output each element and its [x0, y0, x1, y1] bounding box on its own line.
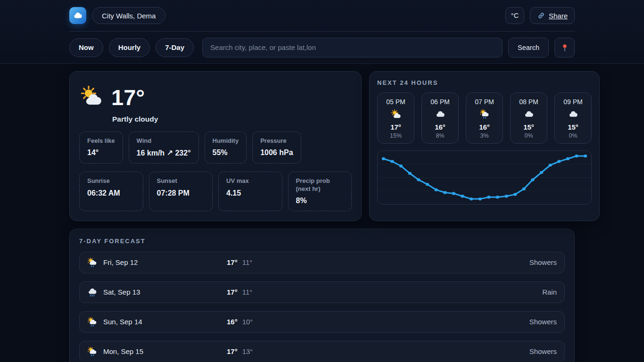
stat-value: 14° — [87, 148, 115, 157]
hour-card: 07 PM 16° 3% — [466, 92, 503, 144]
stat-value: 55% — [213, 148, 239, 157]
hourly-strip[interactable]: 05 PM 17° 15% 06 PM 16° 8% 07 PM 16° 3% … — [377, 92, 592, 144]
search-button[interactable]: Search — [508, 38, 549, 58]
stat-label: Wind — [137, 137, 191, 145]
stat-box: Precip prob (next hr) 8% — [288, 172, 352, 211]
share-button[interactable]: Share — [530, 7, 575, 24]
day-date: Fri, Sep 12 — [103, 258, 227, 266]
low-temp: 11° — [242, 258, 253, 266]
stat-label: Humidity — [213, 137, 239, 145]
tab-7day[interactable]: 7-Day — [156, 38, 194, 57]
forecast-day-row[interactable]: Sun, Sep 14 16° 10° Showers — [79, 311, 565, 333]
low-temp: 10° — [242, 318, 253, 326]
tab-hourly[interactable]: Hourly — [109, 38, 150, 57]
weather-icon — [524, 115, 534, 123]
hour-precip-prob: 3% — [466, 132, 503, 139]
hour-temp: 16° — [422, 123, 458, 131]
day-date: Mon, Sep 15 — [103, 347, 227, 355]
hour-label: 05 PM — [378, 98, 414, 106]
hour-precip-prob: 0% — [511, 132, 547, 139]
stat-label: Sunset — [157, 177, 205, 185]
condition-label: Rain — [542, 288, 557, 296]
partly-cloudy-icon — [80, 85, 103, 109]
stat-label: Feels like — [87, 137, 115, 145]
tab-now[interactable]: Now — [69, 38, 103, 57]
high-temp: 16° — [227, 318, 238, 326]
weather-icon — [391, 115, 401, 123]
hour-card: 08 PM 15° 0% — [510, 92, 547, 144]
hour-precip-prob: 15% — [378, 132, 414, 139]
weather-icon — [568, 115, 578, 123]
low-temp: 11° — [242, 288, 253, 296]
hour-precip-prob: 0% — [555, 132, 591, 139]
hour-temp: 16° — [466, 123, 503, 131]
hour-temp: 15° — [511, 123, 547, 131]
cloud-icon — [73, 10, 83, 21]
location-chip[interactable]: City Walls, Dema — [92, 7, 165, 24]
condition-label: Showers — [529, 318, 557, 326]
hour-precip-prob: 8% — [422, 132, 458, 139]
weather-icon — [87, 317, 98, 327]
hour-label: 07 PM — [466, 98, 503, 106]
hour-label: 06 PM — [422, 98, 458, 106]
current-temperature: 17° — [111, 86, 145, 108]
link-icon — [537, 11, 545, 20]
day-date: Sat, Sep 13 — [103, 288, 227, 296]
forecast-rows: Fri, Sep 12 17° 11° Showers Sat, Sep 13 … — [79, 252, 565, 362]
current-condition-label: Partly cloudy — [112, 115, 352, 123]
stat-value: 8% — [296, 197, 344, 205]
hour-label: 08 PM — [511, 98, 547, 106]
round-pushpin-icon — [560, 43, 570, 52]
stat-box: Sunrise 06:32 AM — [79, 172, 143, 211]
seven-day-forecast-card: 7-DAY FORECAST Fri, Sep 12 17° 11° Showe… — [69, 229, 575, 362]
stat-value: 4.15 — [226, 189, 274, 197]
weather-icon — [87, 287, 98, 297]
stats-row-2: Sunrise 06:32 AM Sunset 07:28 PM UV max … — [79, 172, 352, 211]
stat-value: 16 km/h ↗ 232° — [137, 148, 191, 157]
app-logo — [69, 7, 86, 24]
high-temp: 17° — [227, 347, 238, 355]
search-input[interactable] — [202, 38, 503, 58]
stat-value: 07:28 PM — [157, 189, 205, 197]
stat-label: UV max — [226, 177, 274, 185]
high-temp: 17° — [227, 288, 238, 296]
next-24-hours-heading: NEXT 24 HOURS — [377, 79, 592, 86]
stat-box: Feels like 14° — [79, 132, 123, 164]
weather-icon — [435, 115, 446, 123]
condition-label: Showers — [529, 347, 557, 355]
share-button-label: Share — [549, 12, 568, 20]
stat-box: Humidity 55% — [205, 132, 247, 164]
unit-toggle-button[interactable]: °C — [505, 7, 524, 24]
stat-value: 06:32 AM — [87, 189, 135, 197]
weather-icon — [87, 257, 98, 268]
condition-label: Showers — [529, 258, 557, 266]
hourly-temp-chart — [377, 150, 592, 205]
use-my-location-button[interactable] — [554, 38, 575, 58]
app-header: City Walls, Dema °C Share Now Hourly 7-D… — [0, 0, 644, 64]
forecast-day-row[interactable]: Sat, Sep 13 17° 11° Rain — [79, 281, 565, 303]
stat-label: Sunrise — [87, 177, 135, 185]
seven-day-heading: 7-DAY FORECAST — [79, 238, 565, 245]
high-temp: 17° — [227, 258, 238, 266]
weather-icon — [479, 115, 490, 123]
stat-box: Wind 16 km/h ↗ 232° — [129, 132, 199, 164]
hour-card: 09 PM 15° 0% — [554, 92, 592, 144]
hour-card: 05 PM 17° 15% — [377, 92, 414, 144]
forecast-day-row[interactable]: Fri, Sep 12 17° 11° Showers — [79, 252, 565, 273]
low-temp: 13° — [242, 347, 253, 355]
stats-row-1: Feels like 14° Wind 16 km/h ↗ 232° Humid… — [79, 132, 352, 164]
day-date: Sun, Sep 14 — [103, 318, 227, 326]
hour-temp: 17° — [378, 123, 414, 131]
forecast-day-row[interactable]: Mon, Sep 15 17° 13° Showers — [79, 341, 565, 362]
stat-value: 1006 hPa — [260, 148, 293, 157]
stat-label: Pressure — [260, 137, 293, 145]
hour-label: 09 PM — [555, 98, 591, 106]
stat-box: UV max 4.15 — [218, 172, 282, 211]
hour-temp: 15° — [555, 123, 591, 131]
stat-box: Sunset 07:28 PM — [149, 172, 213, 211]
stat-box: Pressure 1006 hPa — [252, 132, 301, 164]
hour-card: 06 PM 16° 8% — [421, 92, 459, 144]
current-conditions-card: 17° Partly cloudy Feels like 14° Wind 16… — [69, 71, 362, 221]
weather-icon — [87, 346, 98, 357]
stat-label: Precip prob (next hr) — [296, 177, 344, 193]
